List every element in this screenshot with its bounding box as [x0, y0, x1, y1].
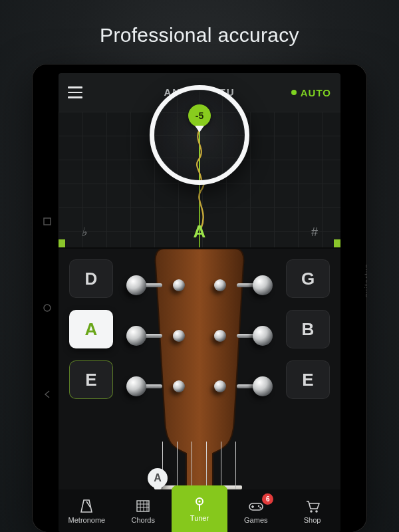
- svg-point-15: [258, 505, 259, 506]
- cart-icon: [304, 498, 321, 514]
- magnifier-lens: -5: [150, 85, 249, 185]
- app-screen: ANDARD TU AUTO ♭ A # -5: [59, 73, 340, 532]
- metronome-icon: [78, 498, 95, 514]
- auto-toggle[interactable]: AUTO: [291, 87, 331, 98]
- string-chip-d[interactable]: D: [69, 259, 113, 298]
- flat-symbol: ♭: [81, 225, 86, 239]
- guitar-neck: D A E G B E A: [59, 249, 340, 489]
- tab-label: Chords: [131, 516, 154, 524]
- tab-label: Shop: [304, 516, 321, 524]
- tablet-frame: guitartun ANDARD TU AUTO ♭ A #: [32, 64, 367, 532]
- svg-rect-0: [44, 218, 51, 225]
- auto-indicator-icon: [291, 90, 297, 95]
- auto-label: AUTO: [301, 87, 331, 98]
- tab-chords[interactable]: Chords: [115, 489, 172, 532]
- cents-pointer-icon: [195, 126, 204, 132]
- cents-offset: -5: [188, 104, 211, 127]
- svg-point-1: [44, 305, 51, 311]
- string-chip-e-high[interactable]: E: [286, 360, 330, 399]
- svg-point-18: [315, 510, 318, 513]
- tab-label: Metronome: [68, 516, 106, 524]
- string-chip-a[interactable]: A: [69, 310, 113, 348]
- tuning-peg[interactable]: [126, 275, 146, 295]
- tuner-icon: [191, 496, 208, 512]
- string-chip-g[interactable]: G: [286, 259, 330, 298]
- tab-label: Games: [244, 516, 267, 524]
- svg-point-16: [259, 507, 261, 508]
- svg-point-17: [310, 510, 313, 513]
- tab-label: Tuner: [190, 514, 209, 522]
- menu-button[interactable]: [68, 86, 82, 98]
- games-badge: 6: [262, 493, 273, 505]
- tuning-peg[interactable]: [126, 376, 146, 396]
- current-string-marker: A: [148, 468, 168, 488]
- chords-icon: [134, 498, 152, 514]
- device-brand: guitartun: [364, 263, 367, 298]
- tuning-peg[interactable]: [253, 376, 273, 396]
- tab-games[interactable]: 6 Games: [227, 489, 284, 532]
- promo-headline: Professional accuracy: [0, 24, 399, 47]
- string-chip-e-low[interactable]: E: [69, 360, 113, 399]
- string-chip-b[interactable]: B: [286, 310, 330, 348]
- sharp-symbol: #: [311, 225, 318, 239]
- bottom-tab-bar: Metronome Chords Tuner 6 Games Shop: [59, 489, 340, 532]
- sys-home-icon: [43, 303, 52, 313]
- tab-metronome[interactable]: Metronome: [59, 489, 115, 532]
- sys-back-icon: [43, 390, 52, 399]
- sys-recent-icon: [43, 217, 52, 226]
- tuning-peg[interactable]: [253, 326, 273, 346]
- svg-point-10: [198, 500, 200, 502]
- guitar-strings-icon: [160, 442, 239, 489]
- tuning-peg[interactable]: [126, 326, 146, 346]
- tuning-peg[interactable]: [253, 275, 273, 295]
- tab-tuner[interactable]: Tuner: [172, 485, 228, 532]
- tab-shop[interactable]: Shop: [284, 489, 340, 532]
- target-note: A: [194, 221, 206, 242]
